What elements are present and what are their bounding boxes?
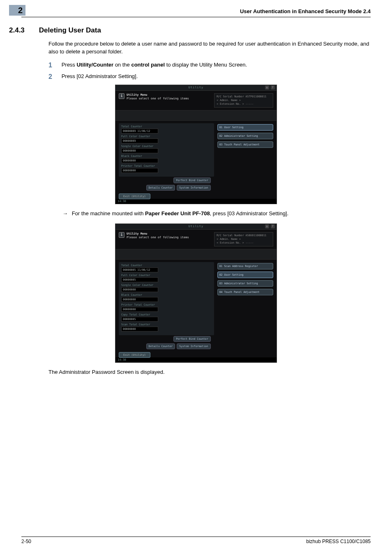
arrow-icon: → [62, 210, 68, 216]
menu-button-panel: 01 Scan Address Register02 User Setting0… [217, 262, 273, 350]
info-icon[interactable]: ? [271, 85, 275, 90]
section-number: 2.4.3 [9, 26, 37, 35]
counter-label: Copy Total Counter [121, 313, 212, 316]
screen-info-panel: M/C Serial Number A5TP011000011 < Admin.… [214, 93, 273, 108]
serial-line: M/C Serial Number A50U011000011 [217, 234, 271, 237]
step-number: 1 [48, 62, 60, 69]
screen-head-line2: Please select one of following items [127, 236, 189, 240]
screen-head-line1: Utility Menu [127, 93, 189, 97]
counter-value: 00000000 [121, 287, 158, 292]
counter-value: 00000005 [121, 277, 158, 282]
counter-item: Printer Total Counter 00000000 [121, 303, 212, 312]
chapter-number: 2 [9, 5, 25, 16]
details-counter-button[interactable]: Details Counter [146, 185, 175, 191]
counter-label: Printer Total Counter [121, 303, 212, 306]
footer-page-number: 2-50 [21, 539, 31, 544]
counter-value: 00000000 [121, 168, 158, 173]
arrow-bold: Paper Feeder Unit PF-708 [145, 210, 210, 216]
page-footer: 2-50 bizhub PRESS C1100/C1085 [21, 537, 371, 544]
screen-title: Utility [189, 86, 204, 89]
extension-line: < Extension No. > ----- [217, 241, 271, 245]
counter-value: 00000000 [121, 158, 158, 163]
counter-value: 00000000 [121, 327, 158, 332]
system-info-button[interactable]: System Information [177, 185, 210, 191]
counter-item: Single Color Counter 00000000 [121, 145, 212, 153]
counter-label: Total Counter [121, 125, 212, 128]
menu-button[interactable]: 02 User Setting [217, 272, 273, 278]
counter-label: Full Color Counter [121, 135, 212, 138]
extension-line: < Extension No. > ----- [217, 102, 271, 106]
counter-label: Black Counter [121, 154, 212, 158]
screenshot-2: Utility ⌂ ? i Utility Menu Please select… [21, 223, 371, 363]
screen-time: 14:38 [115, 199, 277, 204]
counter-value: 00000000 [121, 297, 158, 302]
system-info-button[interactable]: System Information [177, 343, 210, 349]
menu-button[interactable]: 01 Scan Address Register [217, 263, 273, 269]
counter-value: 00000000 [121, 307, 158, 312]
menu-button[interactable]: 01 User Setting [217, 124, 273, 131]
header-right-text: User Authentication in Enhanced Security… [240, 7, 371, 14]
intro-paragraph: Follow the procedure below to delete a u… [48, 40, 371, 56]
serial-line: M/C Serial Number A5TP011000011 [217, 95, 271, 99]
counter-label: Black Counter [121, 293, 212, 297]
step1-bold1: Utility/Counter [76, 62, 113, 68]
arrow-post: , press [03 Administrator Setting]. [210, 210, 288, 216]
screen-head-line2: Please select one of following items [127, 97, 189, 101]
perfect-bind-button[interactable]: Perfect Bind Counter [173, 336, 210, 342]
screen-titlebar: Utility ⌂ ? [115, 85, 277, 91]
step1-mid: on the [113, 62, 131, 68]
info-icon[interactable]: ? [271, 224, 275, 228]
section-title: Deleting User Data [39, 26, 101, 35]
counter-value: 00000009 11/06/12 [121, 129, 158, 134]
screen-titlebar: Utility ⌂ ? [115, 224, 277, 230]
counter-label: Single Color Counter [121, 283, 212, 287]
footer-product: bizhub PRESS C1100/C1085 [306, 539, 371, 544]
counter-value: 00000005 [121, 317, 158, 322]
step2-text: Press [02 Administrator Setting]. [62, 73, 138, 79]
exit-button[interactable]: Exit (Utility) [119, 193, 150, 199]
counter-item: Full Color Counter 00000009 [121, 135, 212, 143]
counter-item: Single Color Counter 00000000 [121, 283, 212, 292]
counter-item: Black Counter 00000000 [121, 154, 212, 163]
counter-item: Total Counter 00000009 11/06/12 [121, 125, 212, 134]
help-icon[interactable]: ⌂ [265, 85, 269, 90]
counter-item: Copy Total Counter 00000005 [121, 313, 212, 322]
info-box-icon: i [119, 232, 125, 238]
menu-button[interactable]: 04 Touch Panel Adjustment [217, 289, 273, 295]
help-icon[interactable]: ⌂ [265, 224, 269, 228]
result-paragraph: The Administrator Password Screen is dis… [48, 368, 371, 376]
counter-value: 00000000 [121, 148, 158, 153]
counter-item: Black Counter 00000000 [121, 293, 212, 302]
utility-screen: Utility ⌂ ? i Utility Menu Please select… [115, 223, 277, 363]
menu-button[interactable]: 03 Administrator Setting [217, 280, 273, 287]
counter-label: Full Color Counter [121, 274, 212, 277]
counter-value: 00000005 11/06/12 [121, 267, 158, 272]
step-1: 1 Press Utility/Counter on the control p… [48, 62, 371, 69]
admin-name-line: < Admin. Name > [217, 237, 271, 241]
section-heading: 2.4.3 Deleting User Data [9, 26, 371, 35]
screen-title: Utility [189, 225, 204, 228]
menu-button[interactable]: 02 Administrator Setting [217, 133, 273, 139]
arrow-note: → For the machine mounted with Paper Fee… [62, 210, 371, 218]
counter-item: Total Counter 00000005 11/06/12 [121, 264, 212, 272]
counter-label: Printer Total Counter [121, 164, 212, 168]
counter-value: 00000009 [121, 138, 158, 143]
screen-info-panel: M/C Serial Number A50U011000011 < Admin.… [214, 232, 273, 246]
exit-button[interactable]: Exit (Utility) [119, 352, 150, 358]
step1-bold2: control panel [131, 62, 165, 68]
menu-button[interactable]: 03 Touch Panel Adjustment [217, 141, 273, 148]
screen-head-line1: Utility Menu [127, 232, 189, 236]
counter-panel: Total Counter 00000009 11/06/12 Full Col… [119, 123, 214, 177]
info-box-icon: i [119, 93, 125, 99]
step-2: 2 Press [02 Administrator Setting]. [48, 73, 371, 81]
menu-button-panel: 01 User Setting02 Administrator Setting0… [217, 123, 273, 191]
perfect-bind-button[interactable]: Perfect Bind Counter [173, 177, 210, 183]
counter-panel: Total Counter 00000005 11/06/12 Full Col… [119, 262, 214, 335]
counter-label: Total Counter [121, 264, 212, 267]
screen-spacer [115, 249, 277, 260]
details-counter-button[interactable]: Details Counter [146, 343, 175, 349]
page-header: 2 User Authentication in Enhanced Securi… [21, 7, 371, 17]
counter-item: Scan Total Counter 00000000 [121, 323, 212, 332]
step-number: 2 [48, 73, 60, 81]
counter-label: Single Color Counter [121, 145, 212, 148]
